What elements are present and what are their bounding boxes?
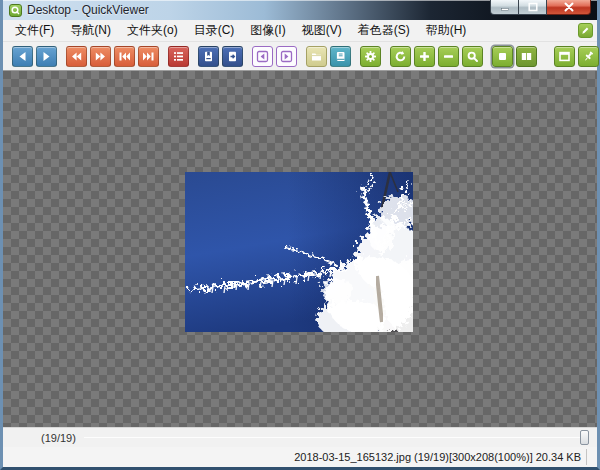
- fullscreen-button[interactable]: [554, 46, 575, 67]
- settings-gear-icon: [364, 50, 377, 63]
- last-image-button[interactable]: [138, 46, 159, 67]
- toolbar: [3, 42, 597, 70]
- page-slider-track[interactable]: [84, 437, 587, 438]
- image-viewport[interactable]: [3, 70, 597, 427]
- minimize-button[interactable]: [490, 0, 519, 15]
- page-slider-handle[interactable]: [580, 430, 589, 445]
- close-button[interactable]: [547, 0, 591, 15]
- next-image-button[interactable]: [36, 46, 57, 67]
- menu-catalog[interactable]: 目录(C): [186, 19, 243, 42]
- shader-edit-icon: [581, 26, 590, 35]
- menu-shader[interactable]: 着色器(S): [350, 19, 418, 42]
- fit-window-button[interactable]: [492, 46, 513, 67]
- prev-image-button[interactable]: [12, 46, 33, 67]
- refresh-button[interactable]: [390, 46, 411, 67]
- prev-folder-button[interactable]: [252, 46, 273, 67]
- window-controls: [490, 0, 591, 15]
- close-icon: [563, 2, 575, 12]
- magnifier-button[interactable]: [462, 46, 483, 67]
- file-info-text: 2018-03-15_165132.jpg (19/19)[300x208(10…: [294, 451, 581, 463]
- catalog-icon: [334, 50, 347, 63]
- photo-frost-tree: [185, 172, 413, 332]
- back-multi-icon: [70, 50, 83, 63]
- menu-help[interactable]: 帮助(H): [418, 19, 475, 42]
- first-image-icon: [118, 50, 131, 63]
- zoom-in-button[interactable]: [414, 46, 435, 67]
- page-counter: (19/19): [41, 432, 76, 444]
- menu-bar: 文件(F) 导航(N) 文件夹(o) 目录(C) 图像(I) 视图(V) 着色器…: [3, 20, 597, 42]
- menu-folder[interactable]: 文件夹(o): [119, 19, 186, 42]
- back-multiple-button[interactable]: [66, 46, 87, 67]
- prev-image-icon: [16, 50, 29, 63]
- maximize-button[interactable]: [519, 0, 547, 15]
- forward-multiple-button[interactable]: [90, 46, 111, 67]
- minimize-icon: [499, 2, 511, 12]
- next-folder-button[interactable]: [276, 46, 297, 67]
- last-image-icon: [142, 50, 155, 63]
- goto-page-button[interactable]: [222, 46, 243, 67]
- goto-page-icon: [226, 50, 239, 63]
- page-slider-row: (19/19): [3, 427, 597, 447]
- first-image-button[interactable]: [114, 46, 135, 67]
- pin-icon: [582, 50, 595, 63]
- playlist-icon: [172, 50, 185, 63]
- shader-edit-button[interactable]: [578, 23, 593, 38]
- catalog-button[interactable]: [330, 46, 351, 67]
- open-archive-icon: [202, 50, 215, 63]
- menu-view[interactable]: 视图(V): [294, 19, 350, 42]
- stay-on-top-button[interactable]: [578, 46, 599, 67]
- spread-view-button[interactable]: [516, 46, 537, 67]
- settings-button[interactable]: [360, 46, 381, 67]
- window-title: Desktop - QuickViewer: [27, 3, 149, 17]
- quickviewer-logo-icon: [11, 6, 20, 15]
- refresh-icon: [394, 50, 407, 63]
- zoom-out-button[interactable]: [438, 46, 459, 67]
- menu-file[interactable]: 文件(F): [7, 19, 62, 42]
- next-folder-icon: [280, 50, 293, 63]
- fullscreen-icon: [558, 50, 571, 63]
- menu-navigation[interactable]: 导航(N): [62, 19, 119, 42]
- status-bar: 2018-03-15_165132.jpg (19/19)[300x208(10…: [3, 447, 597, 467]
- spread-view-icon: [520, 50, 533, 63]
- open-folder-icon: [310, 50, 323, 63]
- fit-window-icon: [496, 50, 509, 63]
- magnifier-icon: [466, 50, 479, 63]
- open-archive-button[interactable]: [198, 46, 219, 67]
- menu-image[interactable]: 图像(I): [242, 19, 293, 42]
- title-bar: Desktop - QuickViewer: [3, 0, 597, 20]
- zoom-out-icon: [442, 50, 455, 63]
- app-icon: [9, 4, 22, 17]
- forward-multi-icon: [94, 50, 107, 63]
- photo-image: [185, 172, 413, 332]
- zoom-in-icon: [418, 50, 431, 63]
- open-folder-button[interactable]: [306, 46, 327, 67]
- status-separator: [586, 449, 587, 465]
- prev-folder-icon: [256, 50, 269, 63]
- page-slider[interactable]: [84, 428, 589, 447]
- quickviewer-window: Desktop - QuickViewer 文件(F) 导航(N) 文件夹(o: [0, 0, 600, 470]
- next-image-icon: [40, 50, 53, 63]
- playlist-button[interactable]: [168, 46, 189, 67]
- maximize-icon: [527, 2, 539, 12]
